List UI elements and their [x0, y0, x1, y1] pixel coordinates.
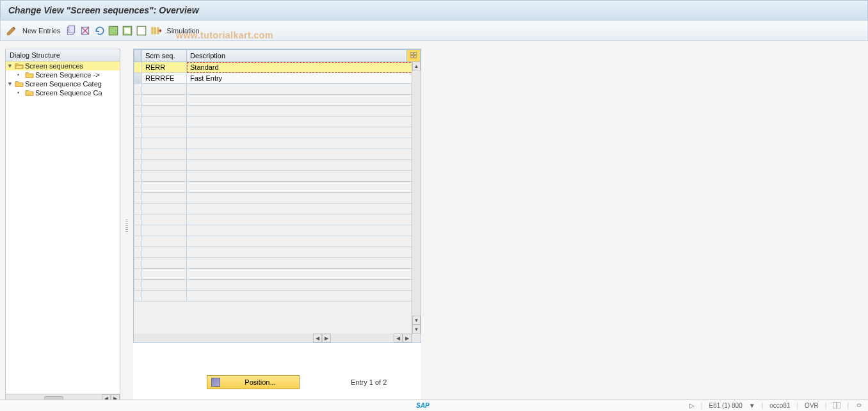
cell-description[interactable]: [187, 247, 421, 258]
cell-scrn-seq[interactable]: [142, 127, 187, 138]
table-row[interactable]: [134, 171, 421, 182]
row-selector[interactable]: [134, 247, 142, 258]
dialog-structure-tree[interactable]: ▼ Screen sequences • Screen Sequence -> …: [5, 61, 120, 403]
select-all-icon[interactable]: [108, 25, 119, 36]
simulation-button[interactable]: Simulation: [164, 27, 202, 35]
scroll-up-icon[interactable]: ▲: [412, 61, 421, 70]
table-row[interactable]: [134, 106, 421, 117]
column-header-description[interactable]: Description: [187, 50, 407, 62]
cell-scrn-seq[interactable]: [142, 106, 187, 117]
column-header-scrn-seq[interactable]: Scrn seq.: [142, 50, 187, 62]
table-row[interactable]: RERRFE Fast Entry: [134, 73, 421, 84]
cell-description[interactable]: [187, 204, 421, 214]
cell-description[interactable]: Fast Entry: [187, 73, 421, 84]
table-row[interactable]: [134, 84, 421, 95]
cell-description[interactable]: Standard: [187, 62, 421, 73]
collapse-icon[interactable]: ▼: [7, 81, 13, 87]
cell-scrn-seq[interactable]: [142, 204, 187, 214]
row-selector[interactable]: [134, 182, 142, 193]
status-link-icon[interactable]: [855, 402, 863, 410]
cell-scrn-seq[interactable]: [142, 84, 187, 95]
cell-scrn-seq[interactable]: [142, 95, 187, 106]
cell-description[interactable]: [187, 193, 421, 204]
cell-scrn-seq[interactable]: [142, 193, 187, 204]
new-entries-button[interactable]: New Entries: [20, 27, 63, 35]
tree-item-screen-sequence-ca[interactable]: • Screen Sequence Ca: [6, 88, 120, 97]
table-row[interactable]: [134, 204, 421, 214]
cell-description[interactable]: [187, 236, 421, 247]
scroll-right-icon[interactable]: ▶: [403, 334, 412, 342]
table-config-icon[interactable]: [407, 50, 421, 62]
status-layout-icon[interactable]: [833, 402, 840, 410]
tree-item-screen-sequences[interactable]: ▼ Screen sequences: [6, 61, 120, 70]
copy-icon[interactable]: [65, 25, 77, 36]
tree-item-screen-sequence-categ[interactable]: ▼ Screen Sequence Categ: [6, 79, 120, 88]
undo-icon[interactable]: [93, 25, 105, 36]
panel-splitter[interactable]: [125, 220, 128, 232]
scroll-down-icon[interactable]: ▼: [412, 316, 421, 325]
cell-description[interactable]: [187, 160, 421, 171]
cell-scrn-seq[interactable]: [142, 280, 187, 291]
row-selector[interactable]: [134, 236, 142, 247]
table-row[interactable]: [134, 193, 421, 204]
table-horizontal-scrollbar[interactable]: ◀ ▶ ◀ ▶: [134, 334, 421, 342]
table-row[interactable]: RERR Standard: [134, 62, 421, 73]
cell-scrn-seq[interactable]: [142, 258, 187, 269]
cell-description[interactable]: [187, 269, 421, 280]
table-row[interactable]: [134, 214, 421, 225]
scrollbar-track[interactable]: [412, 70, 421, 316]
select-block-icon[interactable]: [122, 25, 133, 36]
scroll-left-icon[interactable]: ◀: [313, 334, 322, 342]
cell-description[interactable]: [187, 291, 421, 302]
table-row[interactable]: [134, 127, 421, 138]
table-row[interactable]: [134, 291, 421, 302]
row-selector[interactable]: [134, 225, 142, 236]
cell-scrn-seq[interactable]: RERR: [142, 62, 187, 73]
table-row[interactable]: [134, 280, 421, 291]
collapse-icon[interactable]: ▼: [7, 63, 13, 69]
row-selector[interactable]: [134, 73, 142, 84]
scroll-left-icon[interactable]: ◀: [394, 334, 403, 342]
position-button[interactable]: Position...: [207, 375, 300, 389]
table-row[interactable]: [134, 117, 421, 127]
row-selector[interactable]: [134, 193, 142, 204]
cell-description[interactable]: [187, 149, 421, 160]
row-selector[interactable]: [134, 204, 142, 214]
delete-icon[interactable]: [79, 25, 91, 36]
cell-scrn-seq[interactable]: [142, 149, 187, 160]
cell-scrn-seq[interactable]: [142, 247, 187, 258]
row-selector[interactable]: [134, 160, 142, 171]
status-nav-icon[interactable]: ▷: [689, 402, 695, 409]
cell-description[interactable]: [187, 138, 421, 149]
cell-scrn-seq[interactable]: [142, 269, 187, 280]
cell-scrn-seq[interactable]: [142, 117, 187, 127]
tree-item-screen-sequence-child[interactable]: • Screen Sequence ->: [6, 70, 120, 79]
cell-description[interactable]: [187, 95, 421, 106]
dropdown-icon[interactable]: ▼: [749, 402, 755, 409]
cell-description[interactable]: [187, 225, 421, 236]
cell-description[interactable]: [187, 106, 421, 117]
table-row[interactable]: [134, 95, 421, 106]
row-selector[interactable]: [134, 269, 142, 280]
table-row[interactable]: [134, 225, 421, 236]
table-row[interactable]: [134, 269, 421, 280]
table-row[interactable]: [134, 160, 421, 171]
cell-description[interactable]: [187, 280, 421, 291]
row-selector[interactable]: [134, 291, 142, 302]
row-selector[interactable]: [134, 258, 142, 269]
row-selector[interactable]: [134, 95, 142, 106]
cell-scrn-seq[interactable]: [142, 291, 187, 302]
cell-scrn-seq[interactable]: [142, 182, 187, 193]
table-row[interactable]: [134, 236, 421, 247]
cell-description[interactable]: [187, 84, 421, 95]
cell-scrn-seq[interactable]: [142, 171, 187, 182]
table-row[interactable]: [134, 258, 421, 269]
row-selector-header[interactable]: [134, 50, 142, 62]
row-selector[interactable]: [134, 117, 142, 127]
cell-scrn-seq[interactable]: [142, 160, 187, 171]
table-row[interactable]: [134, 182, 421, 193]
cell-description[interactable]: [187, 182, 421, 193]
scroll-down-icon[interactable]: ▼: [412, 325, 421, 334]
row-selector[interactable]: [134, 171, 142, 182]
cell-scrn-seq[interactable]: [142, 138, 187, 149]
